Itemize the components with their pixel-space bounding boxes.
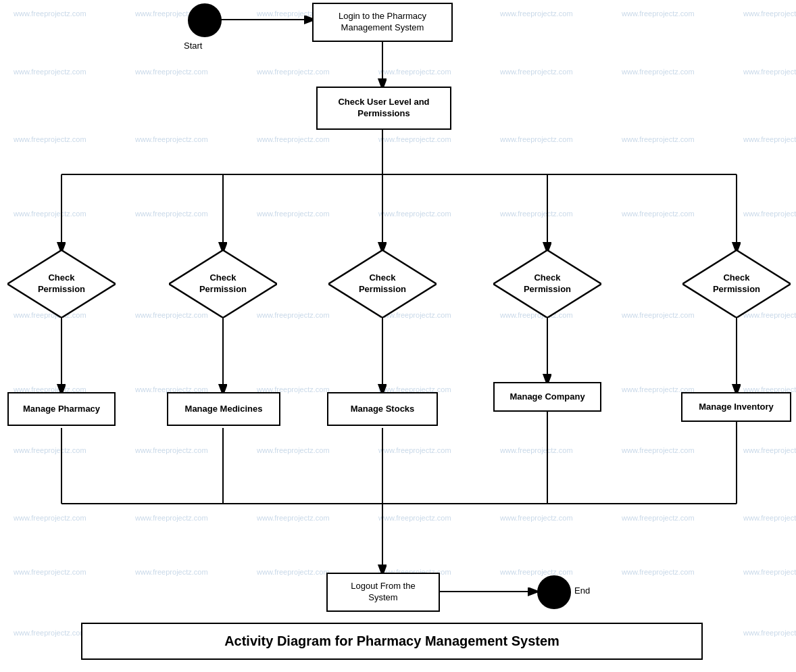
check-permission-4: Check Permission bbox=[493, 250, 601, 318]
check-permission-3: Check Permission bbox=[328, 250, 437, 318]
check-permission-2: Check Permission bbox=[169, 250, 277, 318]
start-label: Start bbox=[184, 41, 202, 51]
manage-stocks-node: Manage Stocks bbox=[327, 392, 438, 426]
manage-pharmacy-node: Manage Pharmacy bbox=[7, 392, 116, 426]
check-permission-1: Check Permission bbox=[7, 250, 116, 318]
check-permission-5: Check Permission bbox=[682, 250, 791, 318]
end-node bbox=[537, 575, 571, 609]
manage-medicines-node: Manage Medicines bbox=[167, 392, 280, 426]
start-node bbox=[188, 3, 222, 37]
manage-company-node: Manage Company bbox=[493, 382, 601, 412]
end-label: End bbox=[574, 585, 590, 596]
login-node: Login to the Pharmacy Management System bbox=[312, 3, 453, 42]
diagram-container: Start Login to the Pharmacy Management S… bbox=[0, 0, 796, 672]
logout-node: Logout From the System bbox=[326, 573, 440, 612]
manage-inventory-node: Manage Inventory bbox=[681, 392, 791, 422]
check-user-level-node: Check User Level and Permissions bbox=[316, 87, 451, 130]
diagram-title: Activity Diagram for Pharmacy Management… bbox=[81, 623, 703, 660]
